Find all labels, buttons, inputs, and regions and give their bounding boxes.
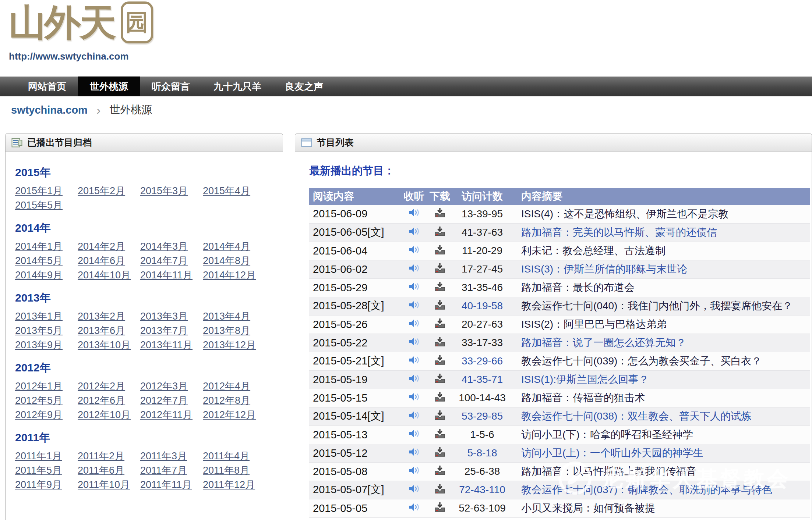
month-link[interactable]: 2013年7月 [140,324,198,338]
download-icon[interactable] [434,483,446,494]
speaker-icon[interactable] [408,207,420,218]
speaker-icon[interactable] [408,373,420,384]
program-summary[interactable]: 教会运作七十问(040)：我住门内他门外，我摆宴席他安在？ [512,297,810,315]
month-link[interactable]: 2014年2月 [78,239,135,254]
program-date-link[interactable]: 2015-05-29 [309,278,401,297]
month-link[interactable]: 2012年7月 [140,393,198,408]
download-icon[interactable] [434,465,446,476]
month-link[interactable]: 2011年7月 [140,463,198,478]
program-date-link[interactable]: 2015-05-13 [309,425,401,444]
speaker-icon[interactable] [408,502,420,512]
program-date-link[interactable]: 2015-05-19 [309,370,401,389]
month-link[interactable]: 2013年9月 [15,338,73,352]
month-link[interactable]: 2015年2月 [78,184,135,198]
speaker-icon[interactable] [408,245,420,255]
speaker-icon[interactable] [408,226,420,236]
month-link[interactable]: 2011年9月 [15,478,73,492]
speaker-icon[interactable] [408,281,420,292]
month-link[interactable]: 2013年8月 [203,324,260,338]
month-link[interactable]: 2014年12月 [203,268,260,282]
program-summary[interactable]: ISIS(4)：这不是恐怖组织、伊斯兰也不是宗教 [512,205,810,223]
month-link[interactable]: 2015年5月 [15,198,73,213]
download-icon[interactable] [434,263,446,274]
program-date-link[interactable]: 2015-05-12 [309,444,401,462]
month-link[interactable]: 2011年5月 [15,463,73,478]
month-link[interactable]: 2012年1月 [15,379,73,393]
month-link[interactable]: 2013年11月 [140,338,198,352]
month-link[interactable]: 2014年9月 [15,268,73,282]
month-link[interactable]: 2012年2月 [78,379,135,393]
program-summary[interactable]: ISIS(1):伊斯兰国怎么回事？ [512,370,810,389]
program-date-link[interactable]: 2015-06-05[文] [309,223,401,242]
download-icon[interactable] [434,336,446,347]
month-link[interactable]: 2012年12月 [203,408,260,422]
month-link[interactable]: 2013年12月 [203,338,260,352]
program-summary[interactable]: 访问小卫(下)：哈拿的呼召和圣经神学 [512,425,810,444]
month-link[interactable]: 2014年8月 [203,254,260,268]
download-icon[interactable] [434,502,446,513]
nav-tab-item[interactable]: 九十九只羊 [202,76,273,96]
speaker-icon[interactable] [408,428,420,439]
program-date-link[interactable]: 2015-05-07[文] [309,481,401,499]
month-link[interactable]: 2011年3月 [140,449,198,463]
month-link[interactable]: 2014年4月 [203,239,260,254]
download-icon[interactable] [434,226,446,237]
speaker-icon[interactable] [408,355,420,365]
speaker-icon[interactable] [408,300,420,310]
month-link[interactable]: 2014年1月 [15,239,73,254]
nav-tab-active[interactable]: 世外桃源 [78,76,140,96]
month-link[interactable]: 2012年5月 [15,393,73,408]
speaker-icon[interactable] [408,484,420,494]
month-link[interactable]: 2014年11月 [140,268,198,282]
program-date-link[interactable]: 2015-06-02 [309,260,401,278]
download-icon[interactable] [434,410,446,421]
download-icon[interactable] [434,355,446,366]
download-icon[interactable] [434,428,446,439]
program-date-link[interactable]: 2015-05-05 [309,499,401,517]
breadcrumb-site-link[interactable]: swtychina.com [11,104,88,116]
program-date-link[interactable]: 2015-05-22 [309,334,401,352]
program-summary[interactable]: 路加福音：以马忤斯路上教我们传福音 [512,462,810,481]
program-date-link[interactable]: 2015-05-08 [309,462,401,481]
download-icon[interactable] [434,299,446,310]
program-summary[interactable]: 路加福音：说了一圈怎么还算无知？ [512,334,810,352]
month-link[interactable]: 2011年6月 [78,463,135,478]
program-summary[interactable]: ISIS(3)：伊斯兰所信的耶稣与末世论 [512,260,810,278]
month-link[interactable]: 2013年5月 [15,324,73,338]
month-link[interactable]: 2012年3月 [140,379,198,393]
month-link[interactable]: 2014年6月 [78,254,135,268]
program-summary[interactable]: 路加福音：最长的布道会 [512,278,810,297]
speaker-icon[interactable] [408,336,420,347]
month-link[interactable]: 2012年6月 [78,393,135,408]
month-link[interactable]: 2013年2月 [78,309,135,324]
program-summary[interactable]: 小贝又来搅局：如何预备被提 [512,499,810,517]
program-date-link[interactable]: 2015-06-09 [309,205,401,223]
month-link[interactable]: 2014年10月 [78,268,135,282]
month-link[interactable]: 2013年3月 [140,309,198,324]
month-link[interactable]: 2011年1月 [15,449,73,463]
program-summary[interactable]: 教会运作七十问(038)：双生教会、普天下人的试炼 [512,407,810,425]
month-link[interactable]: 2013年1月 [15,309,73,324]
program-date-link[interactable]: 2015-05-26 [309,315,401,334]
download-icon[interactable] [434,207,446,218]
speaker-icon[interactable] [408,392,420,402]
program-date-link[interactable]: 2015-05-14[文] [309,407,401,425]
month-link[interactable]: 2015年1月 [15,184,73,198]
download-icon[interactable] [434,391,446,402]
month-link[interactable]: 2013年10月 [78,338,135,352]
program-date-link[interactable]: 2015-05-15 [309,389,401,407]
program-summary[interactable]: 教会运作七十问(039)：怎么为教会买金子、买白衣？ [512,352,810,370]
download-icon[interactable] [434,281,446,292]
speaker-icon[interactable] [408,263,420,273]
nav-tab-item[interactable]: 听众留言 [140,76,202,96]
month-link[interactable]: 2012年11月 [140,408,198,422]
month-link[interactable]: 2011年4月 [203,449,260,463]
program-date-link[interactable]: 2015-05-28[文] [309,297,401,315]
nav-tab-item[interactable]: 网站首页 [16,76,78,96]
program-summary[interactable]: 访问小卫(上)：一个听山外天园的神学生 [512,444,810,462]
speaker-icon[interactable] [408,318,420,328]
month-link[interactable]: 2011年12月 [203,478,260,492]
month-link[interactable]: 2013年6月 [78,324,135,338]
program-summary[interactable]: ISIS(2)：阿里巴巴与巴格达弟弟 [512,315,810,334]
month-link[interactable]: 2012年9月 [15,408,73,422]
